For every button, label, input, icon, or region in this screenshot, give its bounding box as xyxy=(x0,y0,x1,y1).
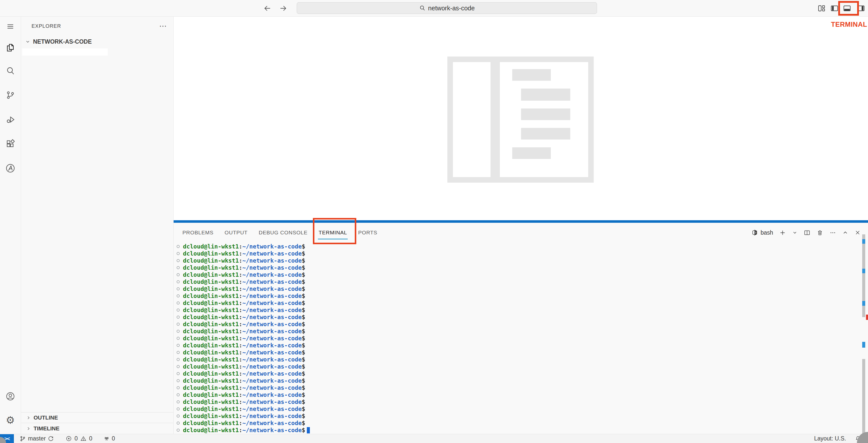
trash-icon[interactable] xyxy=(816,229,823,236)
nav-back-icon[interactable] xyxy=(263,4,272,13)
problems-status[interactable]: 0 0 xyxy=(66,435,92,442)
command-decoration-icon[interactable] xyxy=(177,337,180,340)
command-decoration-icon[interactable] xyxy=(177,302,180,305)
toggle-sidebar-left-icon[interactable] xyxy=(830,4,839,12)
tree-root-folder[interactable]: NETWORK-AS-CODE xyxy=(21,35,173,48)
status-bar: >< master 0 0 0 Layout: U.S. xyxy=(0,434,868,443)
activity-bar: ⚙ xyxy=(0,17,21,434)
gear-icon[interactable]: ⚙ xyxy=(3,413,18,427)
workbench: ⚙ EXPLORER ⋯ NETWORK-AS-CODE OUTLINE TIM… xyxy=(0,17,868,434)
command-decoration-icon[interactable] xyxy=(177,429,180,432)
more-actions-icon[interactable]: ⋯ xyxy=(159,25,167,28)
account-icon[interactable] xyxy=(3,389,18,403)
terminal-prompt-line: dcloud@lin-wkst1:~/network-as-code$ xyxy=(177,328,868,335)
sidebar-item-run-debug[interactable] xyxy=(3,113,18,127)
command-decoration-icon[interactable] xyxy=(177,351,180,354)
maximize-panel-icon[interactable] xyxy=(842,229,848,235)
scrollbar-command-mark xyxy=(862,239,865,244)
command-decoration-icon[interactable] xyxy=(177,414,180,417)
command-decoration-icon[interactable] xyxy=(177,407,180,410)
terminal-prompt-line: dcloud@lin-wkst1:~/network-as-code$ xyxy=(177,314,868,321)
command-decoration-icon[interactable] xyxy=(177,421,180,424)
tab-output[interactable]: OUTPUT xyxy=(224,223,248,243)
command-decoration-icon[interactable] xyxy=(177,252,180,255)
sidebar-item-source-control[interactable] xyxy=(3,88,18,102)
nav-forward-icon[interactable] xyxy=(279,4,288,13)
menu-icon[interactable] xyxy=(3,20,18,34)
tab-ports[interactable]: PORTS xyxy=(358,223,377,243)
command-decoration-icon[interactable] xyxy=(177,280,180,283)
scrollbar-command-mark xyxy=(862,301,865,306)
command-center-search[interactable]: network-as-code xyxy=(297,2,597,14)
command-decoration-icon[interactable] xyxy=(177,379,180,382)
terminal-prompt-line: dcloud@lin-wkst1:~/network-as-code$ xyxy=(177,278,868,285)
command-decoration-icon[interactable] xyxy=(177,323,180,326)
overview-ruler-red-mark xyxy=(866,315,868,320)
command-decoration-icon[interactable] xyxy=(177,273,180,276)
bottom-panel: PROBLEMS OUTPUT DEBUG CONSOLE TERMINAL P… xyxy=(174,220,868,434)
command-decoration-icon[interactable] xyxy=(177,365,180,368)
ports-status[interactable]: 0 xyxy=(103,435,115,442)
command-decoration-icon[interactable] xyxy=(177,358,180,361)
sidebar-empty-space xyxy=(21,56,173,412)
command-decoration-icon[interactable] xyxy=(177,386,180,389)
sidebar-item-extensions[interactable] xyxy=(3,137,18,151)
annotation-box-panel-icon xyxy=(838,1,859,15)
sidebar-explorer: EXPLORER ⋯ NETWORK-AS-CODE OUTLINE TIMEL… xyxy=(21,17,174,434)
command-decoration-icon[interactable] xyxy=(177,259,180,262)
sidebar-item-explorer[interactable] xyxy=(3,41,18,55)
command-decoration-icon[interactable] xyxy=(177,287,180,290)
section-timeline[interactable]: TIMELINE xyxy=(21,423,173,434)
command-decoration-icon[interactable] xyxy=(177,309,180,312)
terminal-prompt-line: dcloud@lin-wkst1:~/network-as-code$ xyxy=(177,250,868,257)
customize-layout-icon[interactable] xyxy=(817,4,826,12)
command-decoration-icon[interactable] xyxy=(177,344,180,347)
terminal-prompt-line: dcloud@lin-wkst1:~/network-as-code$ xyxy=(177,307,868,314)
panel-tab-bar: PROBLEMS OUTPUT DEBUG CONSOLE TERMINAL P… xyxy=(174,223,868,243)
tab-debug-console[interactable]: DEBUG CONSOLE xyxy=(259,223,308,243)
command-decoration-icon[interactable] xyxy=(177,316,180,319)
terminal-toolbar: $ bash xyxy=(751,229,868,236)
more-actions-icon[interactable] xyxy=(829,229,836,236)
terminal-prompt-line: dcloud@lin-wkst1:~/network-as-code$ xyxy=(177,335,868,342)
command-decoration-icon[interactable] xyxy=(177,245,180,248)
terminal-prompt-line: dcloud@lin-wkst1:~/network-as-code$ xyxy=(177,356,868,363)
scrollbar-slider[interactable] xyxy=(862,359,865,434)
terminal-output: dcloud@lin-wkst1:~/network-as-code$dclou… xyxy=(177,243,868,434)
terminal-prompt-line: dcloud@lin-wkst1:~/network-as-code$ xyxy=(177,419,868,426)
command-decoration-icon[interactable] xyxy=(177,372,180,375)
shell-indicator[interactable]: $ bash xyxy=(751,229,773,236)
terminal-prompt-line: dcloud@lin-wkst1:~/network-as-code$ xyxy=(177,292,868,299)
svg-text:$: $ xyxy=(755,231,756,234)
terminal-prompt-line: dcloud@lin-wkst1:~/network-as-code$ xyxy=(177,285,868,292)
warning-count: 0 xyxy=(89,435,92,442)
sidebar-item-search[interactable] xyxy=(3,64,18,78)
keyboard-layout-status[interactable]: Layout: U.S. xyxy=(814,435,846,442)
terminal-prompt-line: dcloud@lin-wkst1:~/network-as-code$ xyxy=(177,405,868,412)
command-decoration-icon[interactable] xyxy=(177,294,180,297)
command-decoration-icon[interactable] xyxy=(177,330,180,333)
sidebar-item-a-extension[interactable] xyxy=(3,161,18,175)
command-decoration-icon[interactable] xyxy=(177,266,180,269)
terminal-scrollbar[interactable] xyxy=(862,234,865,434)
new-terminal-icon[interactable] xyxy=(779,229,786,236)
branch-status[interactable]: master xyxy=(20,435,54,442)
terminal-prompt-line: dcloud@lin-wkst1:~/network-as-code$ xyxy=(177,363,868,370)
terminal-view[interactable]: dcloud@lin-wkst1:~/network-as-code$dclou… xyxy=(174,243,868,434)
new-file-input[interactable] xyxy=(22,49,108,56)
chevron-down-icon[interactable] xyxy=(792,230,798,235)
editor-empty-area xyxy=(174,17,868,220)
terminal-prompt-line: dcloud@lin-wkst1:~/network-as-code$ xyxy=(177,391,868,398)
command-decoration-icon[interactable] xyxy=(177,400,180,403)
annotation-box-terminal-tab xyxy=(313,218,356,244)
bash-cube-icon: $ xyxy=(751,229,758,236)
tab-problems[interactable]: PROBLEMS xyxy=(182,223,214,243)
radio-tower-icon xyxy=(103,436,110,442)
section-outline[interactable]: OUTLINE xyxy=(21,412,173,423)
command-decoration-icon[interactable] xyxy=(177,393,180,396)
split-terminal-icon[interactable] xyxy=(804,229,810,236)
close-panel-icon[interactable] xyxy=(855,229,861,236)
terminal-prompt-line: dcloud@lin-wkst1:~/network-as-code$ xyxy=(177,243,868,250)
terminal-cursor xyxy=(307,427,310,434)
terminal-prompt-line: dcloud@lin-wkst1:~/network-as-code$ xyxy=(177,299,868,307)
